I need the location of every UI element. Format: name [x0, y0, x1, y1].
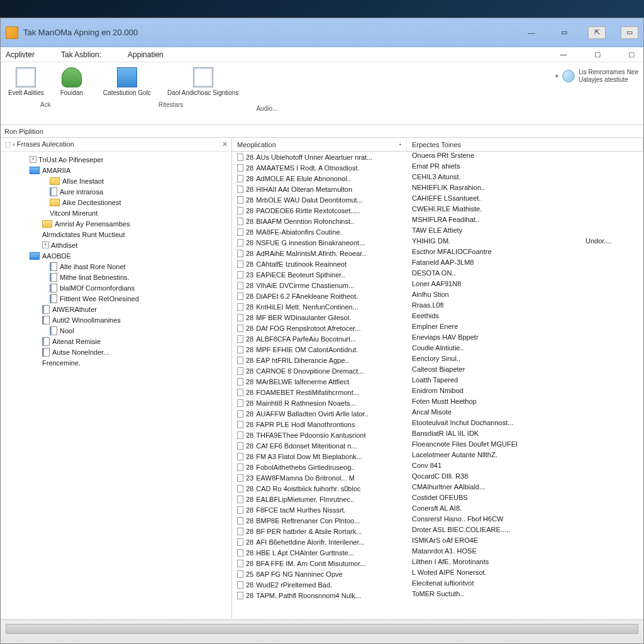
ribbon-btn-3-label: Catestiution Golc — [103, 89, 151, 96]
list-row[interactable]: 28 FM A3 Flatol Dow Mt Bieplabonk...Lace… — [232, 451, 643, 462]
list-row[interactable]: 28 EALBFLipMietumer. Flmrutnec..Costidet… — [232, 494, 643, 504]
window-title: Tak ManOMa Apning en 20.000 — [23, 28, 138, 37]
menu-item-3[interactable]: Appinatien — [125, 49, 185, 60]
list-row[interactable]: 28 WudE2 rPireltemed Bad.Elecitenat iuft… — [232, 579, 643, 590]
list-row[interactable]: 28 BMP8E Reftrenaner Con Plntoo...Consre… — [232, 515, 643, 526]
list-row[interactable]: 28 AUAFFW Balladten Ovirti Arlle lator..… — [232, 408, 643, 419]
list-row[interactable]: 28 HBE L Apt CHAlnter Gurttnste...Matanr… — [232, 547, 643, 558]
list-row[interactable]: 28 THFA9EThee Pdoonsio KantusriontBansdi… — [232, 430, 643, 440]
tree-item[interactable]: Vitconl Mirerunt — [2, 208, 230, 218]
ribbon-btn-4[interactable]: Daol Andichoac Signtions — [165, 66, 241, 97]
list-row[interactable]: 28 NSFUE G innestion Binakraneont...YHIH… — [232, 237, 643, 248]
list-row[interactable]: 28 Mainhti8 R Rathnesion Noaets...Foten … — [232, 397, 643, 408]
menu-bar: Acplivter Tak Asblion: Appinatien — [1, 47, 643, 62]
tree-item[interactable]: Frencemine. — [2, 357, 230, 368]
chevron-down-icon[interactable]: ▾ — [555, 73, 558, 79]
tree-item[interactable]: Autse Nonelnder... — [2, 347, 230, 357]
title-bar: Tak ManOMa Apning en 20.000 — ▭ ⇱ ▭ — [1, 18, 643, 47]
list-row[interactable]: 28 TAPM. Pathfl Roonsnnom4 Nulk...ToMER … — [232, 590, 643, 601]
list-row[interactable]: 28 BF PER hatbrler & Atsile Rortark...Dr… — [232, 526, 643, 536]
close-panel-icon[interactable]: ✕ — [222, 140, 228, 148]
tree-item[interactable]: +TnUst Ao Pifineseper — [2, 154, 230, 165]
column-header-1[interactable]: Meoplication• — [232, 138, 407, 151]
ribbon: Evelt Aalities Fouidan Ack Catestiution … — [1, 62, 643, 125]
list-row[interactable]: 28 EAP htFRIL Diherancie Agpe..Eenctory … — [232, 355, 643, 365]
tree-panel: ⬚ › Frrases Aulecation ✕ +TnUst Ao Pifin… — [1, 138, 232, 618]
list-row[interactable]: 28 ALBF8CFA ParfeAiu Bocotnurt...Eneviap… — [232, 333, 643, 344]
list-row[interactable]: 28 PAODEOE6 Rirtte Rextotcoset.....CWEHI… — [232, 205, 643, 216]
menu-item-2[interactable]: Tak Asblion: — [58, 49, 123, 60]
list-row[interactable]: 28 MF BER WDinaulanter Gilesol.Eeethids — [232, 312, 643, 323]
list-row[interactable]: 28 FobolAithethebs Girtiediruseog..Conv … — [232, 462, 643, 472]
ribbon-btn-3[interactable]: Catestiution Golc — [101, 66, 153, 97]
list-row[interactable]: 28 VIhAiE DVCirrme Chastienum...Loner AA… — [232, 280, 643, 291]
tree-item[interactable]: Allse Inestaot — [2, 175, 230, 186]
doc-blue-icon — [117, 67, 137, 87]
list-row[interactable]: 28 KntHiLEI Mett. NenfunContinen...Rraas… — [232, 301, 643, 312]
list-body[interactable]: 28 AUs Ubiehotoff Unner Aleartuer nrat..… — [232, 152, 643, 601]
aux-button-2[interactable]: ▭ — [621, 26, 638, 39]
list-row[interactable]: 28 CAhtalfE Izutinook ReainneotFataneld … — [232, 258, 643, 269]
breadcrumb[interactable]: Ron Piplition — [1, 125, 643, 138]
ribbon-btn-2[interactable]: Fouidan — [58, 66, 86, 97]
tree-item[interactable]: Aitenat Remisie — [2, 336, 230, 347]
tree-item[interactable]: blalMOf Cormonfordians — [2, 282, 230, 293]
tree-item[interactable]: +Aithdiset — [2, 240, 230, 250]
ribbon-right-text: Lis Renrorrames Nee Ualayjes atestiute — [579, 69, 638, 84]
list-row[interactable]: 28 MA8FE-Abiatonfirs Coutine.TAW ELE Att… — [232, 226, 643, 237]
list-row[interactable]: 28 F8FCE tacM Hurlhes Nisssrt.Conersft A… — [232, 504, 643, 515]
tree-item[interactable]: Alte ihast Rore Nonet — [2, 261, 230, 272]
ribbon-btn-1[interactable]: Evelt Aalities — [6, 66, 47, 97]
maximize-button[interactable]: ▭ — [555, 26, 573, 39]
list-row[interactable]: 28 FAPR PLE Hodl ManothrontionsEtooteulv… — [232, 419, 643, 430]
list-row[interactable]: 28 HIHAII AAt Oiteran MetarnultonNEHIEFL… — [232, 184, 643, 194]
list-row[interactable]: 28 AdRAihE MalrintsM.Afinth. Reoear..Esc… — [232, 248, 643, 258]
tree-item[interactable]: Mithe linat Bebnestins. — [2, 272, 230, 282]
list-row[interactable]: 28 AFI B6ehetldine Alorifr. Interilener.… — [232, 536, 643, 547]
tree-item[interactable]: Alrmdictates Runt Muctieut — [2, 229, 230, 240]
list-row[interactable]: 28 AdMOLE AE Elule Abnononol..CEHIL3 Ait… — [232, 173, 643, 184]
list-row[interactable]: 28 BIAAFM Oenntion Rofonchinst..MSHIFLRA… — [232, 216, 643, 226]
tree-item[interactable]: Fittient Wee RetOnesined — [2, 293, 230, 304]
list-row[interactable]: 28 MrbOLE WAU Dalut Deontitomut...CAHIEF… — [232, 194, 643, 205]
tree-item[interactable]: AlWERAthuter — [2, 304, 230, 314]
globe-icon[interactable] — [562, 70, 575, 82]
list-row[interactable]: 28 CAf EF6 Bdonset Miteritionat n...Floe… — [232, 440, 643, 451]
inner-close-button[interactable]: ▢ — [623, 48, 640, 60]
list-row[interactable]: 28 MPF EFHIE OM CatontAontidrut.Coudie A… — [232, 344, 643, 355]
tree-item[interactable]: AAOBDE — [2, 250, 230, 261]
tree-item[interactable]: Aike Decitestionest — [2, 197, 230, 208]
tree-item[interactable]: Autit2 Winoollmanines — [2, 314, 230, 325]
list-row[interactable]: 23 EAPiECE Beoteurt Spthiner..DESOTA ON.… — [232, 269, 643, 280]
ribbon-btn-1-label: Evelt Aalities — [8, 89, 44, 96]
menu-item-1[interactable]: Acplivter — [3, 49, 56, 60]
list-row[interactable]: 28 FOAMEBET RestiMifatihcrmont...Enidrom… — [232, 387, 643, 397]
tree-header-text: ⬚ › Frrases Aulecation — [4, 140, 74, 148]
list-row[interactable]: 23 EAW8FMamna Do Britronol... MQocardC D… — [232, 472, 643, 483]
tree-item[interactable]: Nool — [2, 325, 230, 336]
column-header-2[interactable]: Erpectes Toines — [407, 138, 643, 151]
inner-minimize-button[interactable]: — — [555, 48, 572, 60]
list-row[interactable]: 28 CAD Ro 4oistbiick fuihorhr. s0blocCMA… — [232, 483, 643, 494]
list-panel: Meoplication• Erpectes Toines 28 AUs Ubi… — [232, 138, 643, 618]
ribbon-group-mid-label: Ritestars — [158, 101, 183, 108]
list-row[interactable]: 28 MArBELWE lalfenerme AltfiectLoatth Ta… — [232, 376, 643, 387]
tree[interactable]: +TnUst Ao PifineseperAMARIIAAllse Inesta… — [1, 152, 231, 370]
list-row[interactable]: 28 CARNOE 8 Dnovpitione Dremact...Calteo… — [232, 365, 643, 376]
list-row[interactable]: 28 BFA FFE IM. Arn Contt Misutumor...Lil… — [232, 558, 643, 569]
list-row[interactable]: 28 DAf FOG Renpslrotoot Afretocer...Empl… — [232, 323, 643, 333]
tree-item[interactable]: AMARIIA — [2, 165, 230, 175]
list-row[interactable]: 28 AUs Ubiehotoff Unner Aleartuer nrat..… — [232, 152, 643, 162]
ribbon-group-right-label: Audio... — [256, 105, 277, 112]
tree-item[interactable]: Aure intrarosa — [2, 186, 230, 197]
list-row[interactable]: 28 DiAPEt 6.2 FAnekleane Roitheot.Ainlhu… — [232, 291, 643, 301]
list-row[interactable]: 25 8AP FG NG Nanninec OpveL Woted AIPE N… — [232, 569, 643, 579]
list-row[interactable]: 28 AMAATEMS I Rodt. A Otnosdiost.Emat PR… — [232, 162, 643, 173]
inner-maximize-button[interactable]: ▢ — [589, 48, 606, 60]
ribbon-group-left-label: Ack — [40, 101, 51, 108]
ribbon-btn-2-label: Fouidan — [60, 89, 83, 96]
minimize-button[interactable]: — — [523, 26, 540, 39]
page-icon-2 — [193, 67, 213, 87]
tree-item[interactable]: Amrist Ay Penensambes — [2, 218, 230, 229]
aux-button-1[interactable]: ⇱ — [588, 26, 606, 39]
